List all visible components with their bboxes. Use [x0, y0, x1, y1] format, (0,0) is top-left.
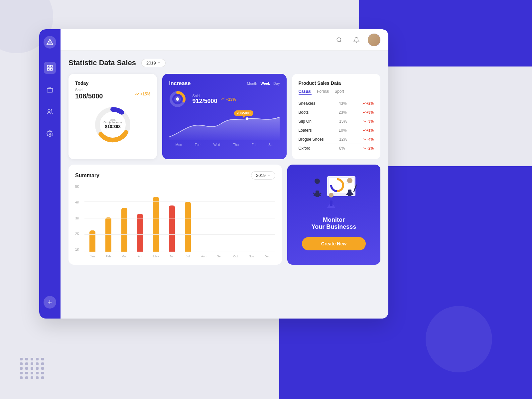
sidebar-item-dashboard[interactable] — [44, 62, 56, 74]
bg-circle-br — [426, 306, 492, 372]
svg-point-18 — [176, 97, 179, 101]
bar-month-label: Nov — [249, 255, 254, 258]
svg-rect-4 — [48, 68, 50, 70]
svg-rect-6 — [47, 88, 53, 92]
svg-point-26 — [315, 179, 320, 184]
svg-rect-31 — [330, 200, 332, 206]
svg-rect-5 — [51, 68, 53, 70]
bar-group: Aug — [196, 252, 212, 258]
bar-group: Jul — [180, 202, 196, 258]
bar-month-label: Oct — [233, 255, 238, 258]
product-pct: 12% — [339, 137, 352, 142]
product-pct: 10% — [339, 128, 352, 133]
wave-chart: 200/5000 — [169, 110, 280, 147]
today-sold-label: Sold — [75, 88, 103, 92]
bar — [137, 214, 143, 252]
increase-card: Increase Month Week Day — [162, 74, 286, 159]
product-change: +3% — [362, 110, 374, 114]
product-change: -2% — [363, 146, 374, 150]
svg-rect-27 — [316, 191, 319, 197]
bar-month-label: Mar — [122, 255, 127, 258]
header — [61, 29, 388, 51]
bar-group: Apr — [132, 214, 148, 258]
product-tab-formal[interactable]: Formal — [317, 89, 329, 95]
summary-header: Summary 2019 — [75, 171, 275, 180]
svg-rect-2 — [48, 66, 50, 67]
search-button[interactable] — [333, 34, 345, 46]
page-title: Statistic Data Sales — [68, 59, 136, 67]
content-area: Statistic Data Sales 2019 Today Sold 108… — [61, 51, 388, 319]
add-button[interactable]: + — [44, 296, 56, 309]
today-donut-area: Gross Income $10.368 — [75, 105, 150, 145]
svg-rect-33 — [348, 190, 351, 196]
sidebar-item-briefcase[interactable] — [44, 84, 56, 96]
today-card: Today Sold 108/5000 +15% — [68, 74, 157, 159]
increase-info: Sold 912/5000 +13% — [169, 90, 280, 108]
product-name: Loafers — [299, 128, 329, 133]
sidebar-logo[interactable] — [44, 36, 56, 49]
year-select[interactable]: 2019 — [141, 59, 166, 67]
bar-group: Nov — [243, 252, 259, 258]
product-row: Brogue Shoes 12% -4% — [299, 135, 374, 144]
sidebar-item-settings[interactable] — [44, 128, 56, 140]
product-change: -3% — [363, 119, 374, 123]
bar-group: Mar — [116, 208, 132, 258]
bar-group: Oct — [227, 252, 243, 258]
today-title: Today — [75, 80, 150, 86]
bar-group: Dec — [259, 252, 275, 258]
product-row: Loafers 10% +1% — [299, 126, 374, 135]
bar-month-label: Aug — [201, 255, 206, 258]
bar-month-label: Feb — [106, 255, 111, 258]
bar-month-label: Jul — [186, 255, 190, 258]
today-sold-value: 108/5000 — [75, 92, 103, 100]
increase-header: Increase Month Week Day — [169, 80, 280, 86]
bar-group: May — [148, 197, 164, 258]
create-new-button[interactable]: Create New — [302, 237, 366, 250]
product-name: Sneakers — [299, 101, 329, 106]
monitor-illustration — [307, 171, 360, 211]
svg-point-9 — [337, 38, 341, 42]
product-card-title: Product Sales Data — [299, 80, 374, 86]
main-content: Statistic Data Sales 2019 Today Sold 108… — [61, 29, 388, 319]
bar-group: Sep — [212, 252, 228, 258]
bar — [185, 202, 191, 252]
summary-card: Summary 2019 5K4K3K2K1K — [68, 165, 282, 265]
bar-group: Jun — [164, 205, 180, 258]
page-title-row: Statistic Data Sales 2019 — [68, 59, 380, 67]
app-window: + Statistic Data Sales — [39, 29, 388, 319]
notification-button[interactable] — [350, 34, 362, 46]
product-change: +1% — [362, 128, 374, 132]
bars-area: Jan Feb Mar Apr May Jun Jul Aug Sep Oc — [75, 185, 275, 258]
product-pct: 23% — [339, 110, 352, 115]
product-pct: 15% — [339, 119, 352, 124]
donut-label: Gross Income $10.368 — [103, 121, 122, 129]
summary-year-select[interactable]: 2019 — [251, 171, 275, 180]
tab-month[interactable]: Month — [247, 81, 257, 85]
svg-point-19 — [246, 117, 249, 120]
product-tab-casual[interactable]: Casual — [299, 89, 312, 95]
bar-month-label: Jan — [90, 255, 95, 258]
bar — [105, 217, 111, 252]
tab-day[interactable]: Day — [273, 81, 280, 85]
product-rows: Sneakers 43% +2% Boots 23% +3% Slip On 1… — [299, 99, 374, 153]
svg-rect-3 — [51, 66, 53, 67]
bg-dots-decor — [20, 358, 45, 379]
product-card: Product Sales Data Casual Formal Sport S… — [292, 74, 380, 159]
increase-pie — [169, 90, 186, 108]
product-row: Sneakers 43% +2% — [299, 99, 374, 108]
bar-month-label: Jun — [170, 255, 175, 258]
svg-point-7 — [48, 109, 50, 112]
bar-month-label: May — [153, 255, 159, 258]
product-pct: 8% — [339, 146, 352, 151]
sidebar-item-users[interactable] — [44, 106, 56, 118]
bar — [121, 208, 127, 252]
summary-title: Summary — [75, 173, 99, 179]
tab-week[interactable]: Week — [260, 81, 270, 85]
cards-row: Today Sold 108/5000 +15% — [68, 74, 380, 159]
today-donut: Gross Income $10.368 — [93, 105, 133, 145]
product-tab-sport[interactable]: Sport — [334, 89, 344, 95]
bar-month-label: Sep — [217, 255, 222, 258]
wave-tooltip: 200/5000 — [234, 110, 253, 116]
user-avatar[interactable] — [368, 34, 380, 46]
bar — [89, 230, 95, 252]
